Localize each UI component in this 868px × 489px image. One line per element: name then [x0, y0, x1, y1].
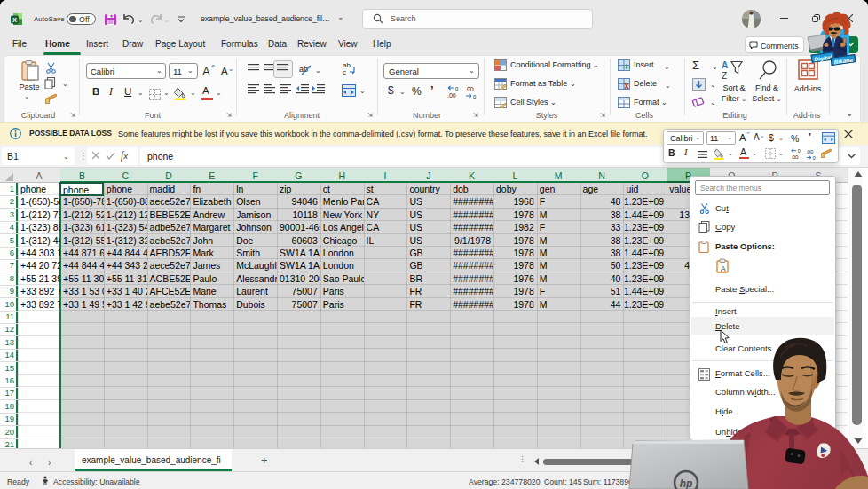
svg-text:.00: .00	[465, 86, 474, 92]
svg-text:A: A	[722, 60, 728, 70]
svg-text:0: 0	[455, 86, 459, 91]
svg-text:.00: .00	[791, 154, 799, 160]
svg-text:hp: hp	[680, 477, 693, 489]
svg-text:c: c	[343, 68, 346, 75]
svg-text:.00: .00	[447, 92, 456, 99]
svg-text:+: +	[624, 62, 629, 72]
svg-text:Z: Z	[722, 71, 727, 81]
svg-text:X: X	[12, 16, 17, 24]
svg-text:0: 0	[473, 94, 477, 99]
svg-text:.00: .00	[806, 148, 814, 154]
svg-text:x: x	[624, 81, 629, 91]
svg-text:0: 0	[813, 155, 816, 161]
svg-text:A: A	[721, 264, 726, 273]
svg-text:0: 0	[798, 148, 801, 154]
